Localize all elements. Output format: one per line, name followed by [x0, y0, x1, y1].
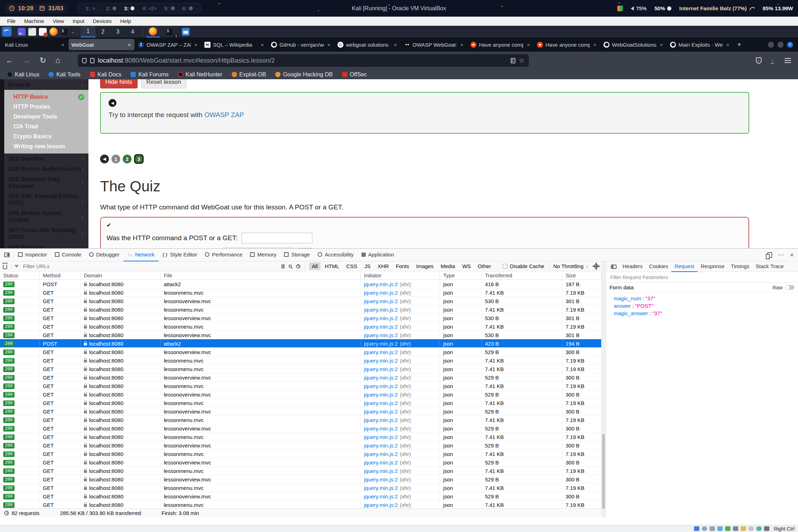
tab-close-icon[interactable]: × — [659, 42, 664, 48]
network-request-row[interactable]: 200GETlocalhost:8080lessonmenu.mvcjquery… — [0, 484, 601, 492]
form-data-param[interactable]: answer:"POST" — [614, 302, 798, 310]
display-icon[interactable] — [694, 526, 699, 531]
mouse-integration-icon[interactable] — [756, 526, 762, 531]
network-settings-gear-icon[interactable] — [594, 264, 598, 268]
bookmark-item[interactable]: Exploit-DB — [232, 71, 266, 78]
filter-request-parameters-input[interactable] — [609, 274, 794, 281]
initiator-link[interactable]: jquery.min.js:2 — [364, 366, 398, 372]
reader-mode-icon[interactable] — [511, 58, 515, 63]
host-workspace[interactable]: 1:>_ — [86, 5, 98, 11]
network-request-row[interactable]: 200GETlocalhost:8080lessonoverview.mvcjq… — [0, 390, 601, 399]
optical-disk-icon[interactable] — [702, 526, 707, 531]
initiator-link[interactable]: jquery.min.js:2 — [364, 443, 398, 449]
perf-analysis-icon[interactable] — [4, 511, 9, 515]
usb-icon[interactable] — [733, 526, 738, 531]
network-request-row[interactable]: 200GETlocalhost:8080lessonmenu.mvcjquery… — [0, 382, 601, 390]
details-tab-timings[interactable]: Timings — [728, 261, 752, 272]
tab-close-icon[interactable]: × — [260, 42, 265, 48]
kali-workspace-2[interactable]: 2 — [96, 26, 110, 37]
initiator-link[interactable]: jquery.min.js:2 — [364, 341, 398, 347]
bookmark-item[interactable]: Kali Forums — [131, 71, 168, 78]
filter-pill-ws[interactable]: WS — [459, 262, 474, 270]
initiator-link[interactable]: jquery.min.js:2 — [364, 290, 398, 296]
sidebar-category[interactable]: (A4) XML External Entities (XXE)› — [4, 191, 88, 208]
workspace-switcher[interactable]: 1:>_2:3:4:</>5:6: — [77, 3, 201, 14]
wifi-indicator[interactable]: Internet Familie Bolz (77%) — [679, 5, 755, 11]
split-panel-icon[interactable] — [611, 265, 617, 269]
network-request-row[interactable]: 200POSTlocalhost:8080attack2jquery.min.j… — [0, 339, 601, 348]
block-requests-icon[interactable] — [296, 264, 300, 268]
network-request-row[interactable]: 200GETlocalhost:8080lessonoverview.mvcjq… — [0, 373, 601, 382]
network-table-header[interactable]: StatusMethodDomainFileInitiatorTypeTrans… — [0, 271, 601, 280]
network-request-row[interactable]: 200GETlocalhost:8080lessonmenu.mvcjquery… — [0, 356, 601, 365]
bookmark-item[interactable]: Kali Docs — [90, 71, 122, 78]
devtools-tab-network[interactable]: ↑↓Network — [123, 249, 158, 261]
column-header-file[interactable]: File — [161, 271, 361, 279]
initiator-link[interactable]: jquery.min.js:2 — [364, 307, 398, 313]
filter-pill-html[interactable]: HTML — [322, 262, 342, 270]
raw-toggle[interactable] — [785, 285, 794, 290]
terminal-launcher-icon[interactable] — [60, 28, 68, 36]
devtools-tab-storage[interactable]: Storage — [280, 249, 314, 261]
previous-hint-icon[interactable]: ◀ — [109, 99, 116, 107]
network-request-row[interactable]: 200GETlocalhost:8080lessonmenu.mvcjquery… — [0, 322, 601, 331]
details-tab-request[interactable]: Request — [671, 261, 698, 272]
initiator-link[interactable]: jquery.min.js:2 — [364, 383, 398, 389]
network-request-row[interactable]: 200GETlocalhost:8080lessonoverview.mvcjq… — [0, 314, 601, 322]
disable-cache-checkbox[interactable] — [503, 264, 507, 268]
pick-element-icon[interactable] — [0, 249, 14, 261]
menu-hamburger-icon[interactable] — [785, 60, 791, 61]
page-button-2[interactable]: 2 — [123, 155, 132, 163]
initiator-link[interactable]: jquery.min.js:2 — [364, 459, 398, 466]
bookmark-item[interactable]: Kali NetHunter — [178, 71, 222, 78]
firefox-launcher-icon[interactable] — [50, 28, 58, 36]
filter-pill-other[interactable]: Other — [475, 262, 494, 270]
host-workspace[interactable]: 4:</> — [142, 5, 156, 11]
initiator-link[interactable]: jquery.min.js:2 — [364, 315, 398, 321]
kali-menu-button[interactable] — [2, 27, 12, 36]
initiator-link[interactable]: jquery.min.js:2 — [364, 451, 398, 457]
network-request-row[interactable]: 200GETlocalhost:8080lessonmenu.mvcjquery… — [0, 433, 601, 441]
column-header-transferred[interactable]: Transferred — [482, 271, 562, 279]
keyboard-icon[interactable] — [764, 526, 769, 531]
initiator-link[interactable]: jquery.min.js:2 — [364, 417, 398, 423]
tab-close-icon[interactable]: × — [592, 42, 597, 48]
network-adapter-icon[interactable] — [725, 526, 730, 531]
shared-folders-icon[interactable] — [741, 526, 746, 531]
filter-pill-images[interactable]: Images — [414, 262, 436, 270]
bookmark-item[interactable]: OffSec — [342, 71, 367, 78]
initiator-link[interactable]: jquery.min.js:2 — [364, 358, 398, 364]
devtools-close-icon[interactable]: × — [790, 251, 794, 259]
responsive-design-icon[interactable] — [767, 252, 772, 258]
host-workspace[interactable]: 3: — [124, 5, 134, 11]
tab-close-icon[interactable]: × — [326, 42, 331, 48]
reload-button[interactable]: ↻ — [40, 56, 46, 65]
column-header-initiator[interactable]: Initiator — [361, 271, 440, 279]
host-workspace[interactable]: 6: — [183, 5, 193, 11]
search-icon[interactable] — [289, 265, 292, 268]
column-header-domain[interactable]: Domain — [81, 271, 161, 279]
url-text[interactable]: localhost:8080/WebGoat/start.mvc#lesson/… — [98, 57, 507, 64]
sidebar-category[interactable]: (A8) Insecure Deserialization› — [4, 242, 88, 248]
network-request-row[interactable]: 200GETlocalhost:8080lessonmenu.mvcjquery… — [0, 288, 601, 297]
kali-workspace-1[interactable]: 1 — [81, 26, 96, 37]
host-workspace[interactable]: 5: — [164, 5, 174, 11]
browser-tab[interactable]: GitHub - vernjan/we× — [268, 39, 334, 50]
sidebar-category[interactable]: (A5) Broken Access Control› — [4, 208, 88, 225]
browser-tab[interactable]: OWASP WebGoat: G× — [401, 39, 467, 50]
sidebar-lesson-item[interactable]: HTTP Proxies — [4, 102, 88, 112]
page-info-icon[interactable] — [90, 58, 94, 63]
sidebar-category[interactable]: (A3) Sensitive Data Exposure› — [4, 174, 88, 191]
sidebar-lesson-item[interactable]: CIA Triad — [4, 122, 88, 132]
initiator-link[interactable]: jquery.min.js:2 — [364, 332, 398, 338]
disable-cache-option[interactable]: Disable Cache — [503, 263, 544, 269]
bookmark-item[interactable]: Kali Tools — [48, 71, 80, 78]
throttling-dropdown[interactable]: No Throttling↕ — [553, 263, 588, 269]
tracking-protection-icon[interactable] — [82, 58, 87, 63]
initiator-link[interactable]: jquery.min.js:2 — [364, 434, 398, 440]
app-launcher-icon[interactable] — [18, 28, 25, 36]
downloads-icon[interactable]: ↓ — [771, 57, 774, 64]
network-scrollbar[interactable] — [601, 261, 606, 517]
browser-tab[interactable]: WSQL – Wikipedia× — [202, 39, 267, 50]
initiator-link[interactable]: jquery.min.js:2 — [364, 281, 398, 287]
